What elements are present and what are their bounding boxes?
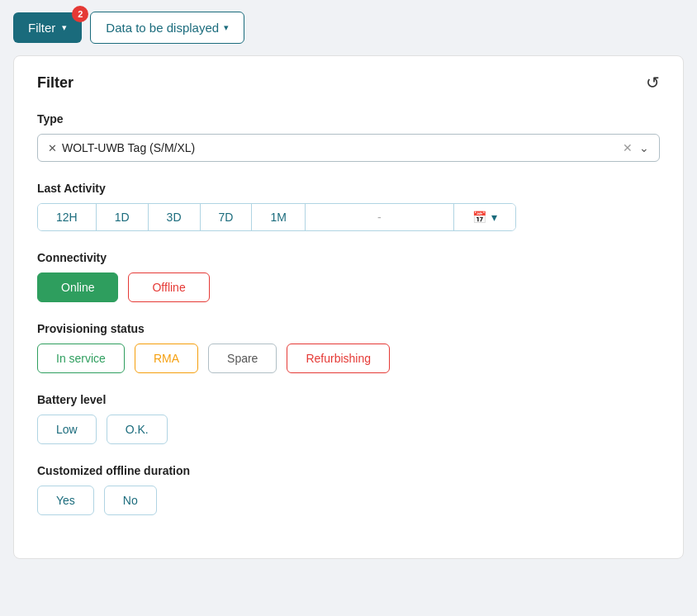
activity-1d-button[interactable]: 1D: [97, 204, 149, 230]
dropdown-chevron-icon[interactable]: ⌄: [639, 141, 649, 154]
filter-chevron-icon: ▾: [62, 22, 67, 33]
battery-ok-button[interactable]: O.K.: [107, 415, 168, 444]
offline-duration-group: Yes No: [37, 486, 660, 515]
activity-group: 12H 1D 3D 7D 1M - 📅 ▾: [37, 203, 516, 231]
provisioning-group: In service RMA Spare Refurbishing: [37, 344, 660, 373]
filter-panel-header: Filter ↺: [37, 73, 660, 92]
battery-group: Low O.K.: [37, 415, 660, 444]
activity-7d-button[interactable]: 7D: [201, 204, 253, 230]
in-service-button[interactable]: In service: [37, 344, 125, 373]
filter-badge: 2: [72, 6, 88, 22]
calendar-icon: 📅: [472, 211, 486, 224]
filter-label: Filter: [28, 21, 55, 35]
filter-panel-title: Filter: [37, 74, 73, 92]
last-activity-section: Last Activity 12H 1D 3D 7D 1M - 📅 ▾: [37, 182, 660, 231]
offline-button[interactable]: Offline: [128, 272, 209, 302]
type-label: Type: [37, 112, 660, 126]
type-remove-icon[interactable]: ✕: [48, 142, 57, 154]
dropdown-controls: ✕ ⌄: [623, 141, 649, 154]
calendar-chevron-icon: ▾: [491, 211, 497, 224]
activity-calendar-button[interactable]: 📅 ▾: [454, 204, 515, 230]
last-activity-label: Last Activity: [37, 182, 660, 195]
type-tag: ✕ WOLT-UWB Tag (S/M/XL): [48, 141, 616, 154]
spare-button[interactable]: Spare: [208, 344, 277, 373]
offline-duration-label: Customized offline duration: [37, 464, 660, 477]
data-display-chevron-icon: ▾: [224, 22, 229, 33]
online-button[interactable]: Online: [37, 272, 118, 302]
rma-button[interactable]: RMA: [135, 344, 198, 373]
provisioning-label: Provisioning status: [37, 322, 660, 335]
provisioning-section: Provisioning status In service RMA Spare…: [37, 322, 660, 373]
type-section: Type ✕ WOLT-UWB Tag (S/M/XL) ✕ ⌄: [37, 112, 660, 162]
refurbishing-button[interactable]: Refurbishing: [287, 344, 390, 373]
connectivity-section: Connectivity Online Offline: [37, 251, 660, 302]
activity-3d-button[interactable]: 3D: [149, 204, 201, 230]
activity-dash-button[interactable]: -: [306, 204, 454, 230]
data-display-label: Data to be displayed: [106, 21, 219, 35]
connectivity-label: Connectivity: [37, 251, 660, 264]
filter-button[interactable]: Filter ▾ 2: [13, 12, 82, 43]
activity-12h-button[interactable]: 12H: [38, 204, 97, 230]
battery-section: Battery level Low O.K.: [37, 393, 660, 444]
clear-icon[interactable]: ✕: [623, 141, 633, 154]
filter-panel: Filter ↺ Type ✕ WOLT-UWB Tag (S/M/XL) ✕ …: [13, 55, 684, 559]
type-dropdown[interactable]: ✕ WOLT-UWB Tag (S/M/XL) ✕ ⌄: [37, 134, 660, 162]
battery-low-button[interactable]: Low: [37, 415, 97, 444]
activity-1m-button[interactable]: 1M: [252, 204, 305, 230]
data-display-button[interactable]: Data to be displayed ▾: [90, 12, 244, 44]
offline-duration-yes-button[interactable]: Yes: [37, 486, 94, 515]
connectivity-group: Online Offline: [37, 272, 660, 302]
refresh-button[interactable]: ↺: [646, 73, 660, 92]
battery-label: Battery level: [37, 393, 660, 406]
toolbar: Filter ▾ 2 Data to be displayed ▾: [0, 0, 697, 55]
offline-duration-no-button[interactable]: No: [104, 486, 157, 515]
offline-duration-section: Customized offline duration Yes No: [37, 464, 660, 515]
type-selected-value: WOLT-UWB Tag (S/M/XL): [62, 141, 195, 154]
